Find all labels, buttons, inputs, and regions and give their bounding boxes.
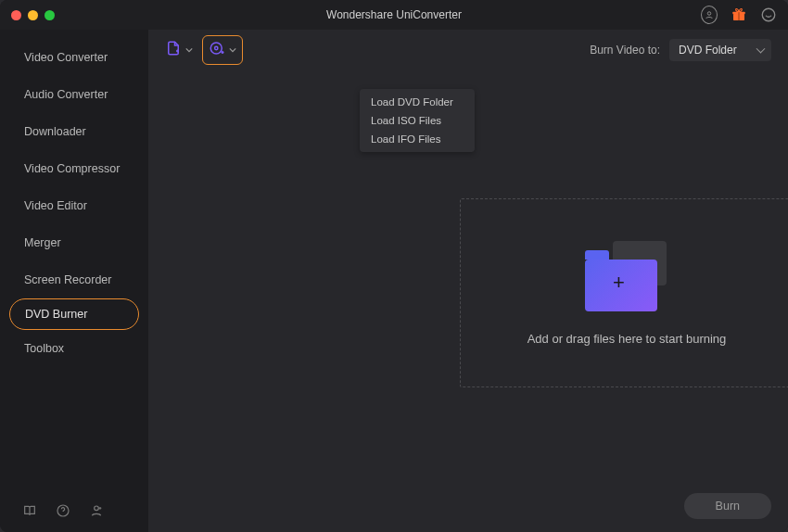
help-icon[interactable] [56, 503, 70, 518]
disc-add-icon [209, 40, 225, 60]
toolbar: Burn Video to: DVD Folder [148, 30, 788, 70]
burn-target-value: DVD Folder [679, 44, 737, 57]
sidebar-items: Video Converter Audio Converter Download… [0, 30, 148, 489]
plus-icon: + [613, 271, 625, 295]
sidebar-item-label: Audio Converter [24, 88, 108, 101]
minimize-window-button[interactable] [28, 10, 38, 20]
titlebar: Wondershare UniConverter [0, 0, 788, 30]
contact-icon[interactable] [89, 503, 104, 518]
add-folder-icon: + [585, 241, 668, 311]
tutorial-icon[interactable] [22, 503, 37, 518]
sidebar-item-video-editor[interactable]: Video Editor [0, 187, 148, 224]
menu-item-load-iso-files[interactable]: Load ISO Files [360, 111, 475, 130]
add-file-button[interactable] [165, 40, 193, 60]
sidebar-item-merger[interactable]: Merger [0, 224, 148, 261]
window-controls [11, 10, 55, 20]
sidebar-item-label: Video Compressor [24, 162, 120, 175]
svg-point-7 [210, 43, 222, 54]
drop-prompt: Add or drag files here to start burning [527, 332, 727, 346]
load-disc-menu: Load DVD Folder Load ISO Files Load IFO … [360, 89, 475, 152]
chevron-down-icon [229, 46, 236, 54]
svg-point-6 [95, 506, 99, 511]
sidebar-item-dvd-burner[interactable]: DVD Burner [9, 298, 139, 330]
feedback-icon[interactable] [760, 6, 777, 23]
sidebar-item-downloader[interactable]: Downloader [0, 113, 148, 150]
burn-target-row: Burn Video to: DVD Folder [590, 39, 771, 61]
sidebar-item-label: Video Editor [24, 199, 87, 212]
sidebar-item-label: Toolbox [24, 342, 64, 355]
sidebar-footer [0, 489, 148, 532]
window-title: Wondershare UniConverter [0, 8, 788, 21]
menu-item-load-ifo-files[interactable]: Load IFO Files [360, 130, 475, 148]
burn-button-label: Burn [716, 500, 740, 513]
maximize-window-button[interactable] [44, 10, 55, 20]
burn-button[interactable]: Burn [684, 493, 771, 519]
footer: Burn [684, 493, 771, 519]
sidebar-item-video-compressor[interactable]: Video Compressor [0, 150, 148, 187]
file-add-icon [165, 40, 182, 60]
sidebar-item-screen-recorder[interactable]: Screen Recorder [0, 261, 148, 298]
sidebar-item-label: Video Converter [24, 51, 108, 64]
drop-zone[interactable]: + Add or drag files here to start burnin… [460, 198, 788, 387]
sidebar-item-label: Downloader [24, 125, 86, 138]
sidebar-item-label: DVD Burner [25, 308, 87, 321]
close-window-button[interactable] [11, 10, 21, 20]
svg-point-8 [215, 46, 218, 49]
gift-icon[interactable] [731, 6, 747, 23]
app-body: Video Converter Audio Converter Download… [0, 30, 788, 532]
menu-item-load-dvd-folder[interactable]: Load DVD Folder [360, 93, 475, 111]
sidebar-item-audio-converter[interactable]: Audio Converter [0, 76, 148, 113]
burn-target-label: Burn Video to: [590, 44, 660, 57]
sidebar-item-video-converter[interactable]: Video Converter [0, 39, 148, 76]
burn-target-select[interactable]: DVD Folder [669, 39, 771, 61]
svg-point-4 [762, 8, 775, 21]
sidebar: Video Converter Audio Converter Download… [0, 30, 148, 532]
load-disc-button[interactable] [202, 35, 243, 65]
titlebar-right [701, 6, 777, 23]
svg-rect-3 [738, 12, 739, 20]
sidebar-item-label: Screen Recorder [24, 273, 112, 286]
menu-item-label: Load ISO Files [371, 115, 441, 126]
account-icon[interactable] [701, 6, 718, 23]
app-window: Wondershare UniConverter Video Converter… [0, 0, 788, 532]
menu-item-label: Load IFO Files [371, 133, 440, 145]
sidebar-item-label: Merger [24, 236, 61, 249]
sidebar-item-toolbox[interactable]: Toolbox [0, 330, 148, 367]
svg-point-0 [707, 12, 711, 16]
menu-item-label: Load DVD Folder [371, 96, 453, 108]
chevron-down-icon [185, 46, 193, 54]
main-panel: Burn Video to: DVD Folder Load DVD Folde… [148, 30, 788, 532]
